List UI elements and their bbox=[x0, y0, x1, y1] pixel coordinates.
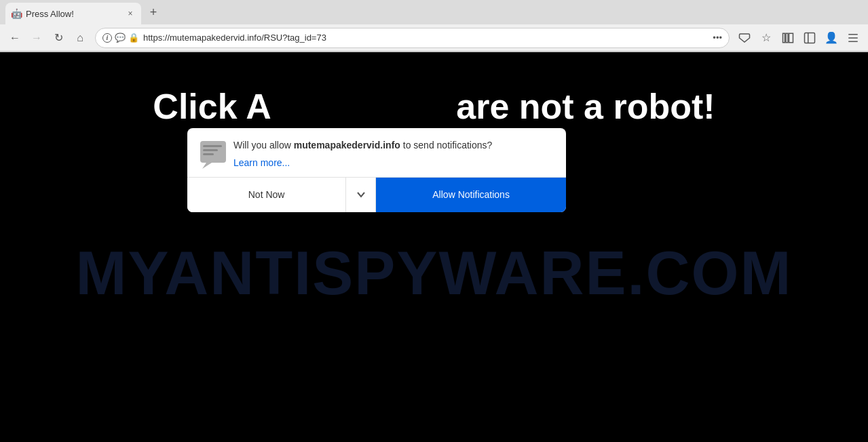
back-button[interactable]: ← bbox=[5, 28, 24, 47]
tab-favicon: 🤖 bbox=[11, 8, 22, 19]
svg-rect-1 bbox=[786, 33, 788, 43]
home-button[interactable]: ⌂ bbox=[71, 28, 90, 47]
svg-rect-9 bbox=[203, 145, 222, 147]
popup-domain: mutemapakedervid.info bbox=[294, 140, 400, 150]
navigation-bar: ← → ↻ ⌂ i 💬 🔒 https://mutemapakedervid.i… bbox=[0, 24, 868, 52]
menu-button[interactable] bbox=[844, 28, 863, 47]
message-bubble-icon bbox=[200, 140, 227, 170]
active-tab[interactable]: 🤖 Press Allow! × bbox=[5, 3, 141, 24]
url-text[interactable]: https://mutemapakedervid.info/RSU?tag_id… bbox=[143, 33, 709, 43]
notification-permission-icon: 💬 bbox=[115, 33, 126, 43]
address-bar-right-icons: ••• bbox=[713, 33, 722, 43]
not-now-button[interactable]: Not Now bbox=[187, 178, 346, 212]
forward-button[interactable]: → bbox=[27, 28, 46, 47]
popup-buttons: Not Now Allow Notifications bbox=[187, 177, 566, 212]
bookmark-button[interactable]: ☆ bbox=[757, 28, 776, 47]
lock-icon: 🔒 bbox=[128, 33, 139, 43]
headline-text: Click A are not a robot! bbox=[153, 87, 715, 126]
sidebar-button[interactable] bbox=[800, 28, 819, 47]
svg-rect-2 bbox=[789, 33, 793, 43]
svg-rect-8 bbox=[200, 141, 226, 163]
popup-text-area: Will you allow mutemapakedervid.info to … bbox=[233, 139, 555, 169]
watermark: MYANTISPYWARE.COM bbox=[76, 239, 793, 308]
reload-button[interactable]: ↻ bbox=[49, 28, 68, 47]
tab-close-button[interactable]: × bbox=[125, 8, 136, 19]
pocket-button[interactable] bbox=[735, 28, 754, 47]
tab-title: Press Allow! bbox=[26, 9, 121, 19]
svg-rect-0 bbox=[783, 33, 785, 43]
notification-popup: Will you allow mutemapakedervid.info to … bbox=[187, 128, 566, 212]
account-button[interactable]: 👤 bbox=[822, 28, 841, 47]
popup-body: Will you allow mutemapakedervid.info to … bbox=[187, 128, 566, 177]
svg-rect-11 bbox=[203, 153, 214, 155]
svg-rect-10 bbox=[203, 149, 218, 151]
page-content: Click A are not a robot! MYANTISPYWARE.C… bbox=[0, 52, 868, 442]
new-tab-button[interactable]: + bbox=[144, 3, 163, 22]
browser-chrome: 🤖 Press Allow! × + ← → ↻ ⌂ i 💬 🔒 https:/… bbox=[0, 0, 868, 52]
learn-more-link[interactable]: Learn more... bbox=[233, 157, 290, 168]
popup-notification-icon bbox=[198, 139, 225, 166]
library-button[interactable] bbox=[778, 28, 797, 47]
question-prefix: Will you allow bbox=[233, 140, 294, 150]
page-headline: Click A are not a robot! bbox=[0, 86, 868, 127]
allow-notifications-button[interactable]: Allow Notifications bbox=[376, 178, 566, 212]
svg-marker-12 bbox=[202, 163, 212, 169]
svg-rect-3 bbox=[805, 33, 815, 43]
chevron-down-icon bbox=[356, 190, 366, 199]
address-bar-icons: i 💬 🔒 bbox=[102, 33, 139, 43]
more-options-button[interactable]: ••• bbox=[713, 33, 722, 43]
nav-right-icons: ☆ 👤 bbox=[735, 28, 863, 47]
info-icon: i bbox=[102, 33, 112, 43]
address-bar[interactable]: i 💬 🔒 https://mutemapakedervid.info/RSU?… bbox=[95, 28, 730, 48]
question-suffix: to send notifications? bbox=[400, 140, 492, 150]
popup-question: Will you allow mutemapakedervid.info to … bbox=[233, 139, 555, 153]
tab-bar: 🤖 Press Allow! × + bbox=[0, 0, 868, 24]
dropdown-button[interactable] bbox=[346, 178, 376, 212]
